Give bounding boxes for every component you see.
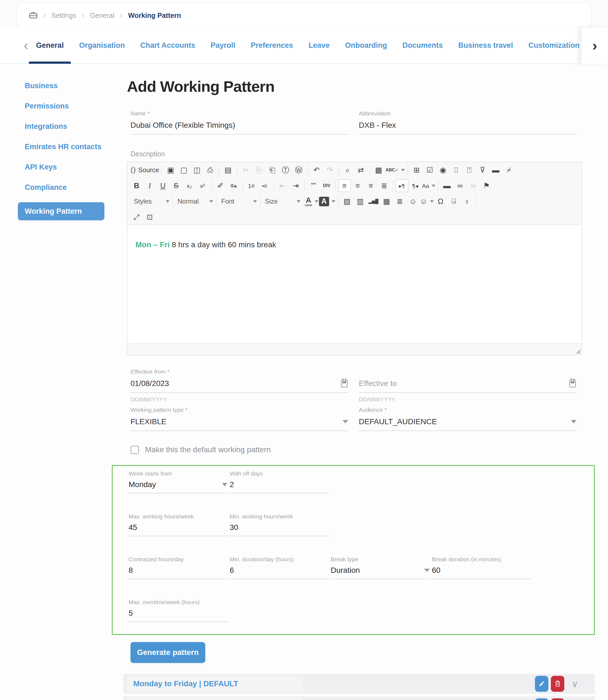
- sidebar-item-permissions[interactable]: Permissions: [18, 100, 104, 112]
- image-button-icon[interactable]: ▬: [441, 179, 453, 192]
- hidden-field-icon[interactable]: ⌿: [502, 164, 515, 176]
- calendar-icon[interactable]: [341, 380, 347, 387]
- audience-dropdown[interactable]: DEFAULT_AUDIENCE: [359, 417, 577, 431]
- maximize-icon[interactable]: ⤢: [130, 211, 143, 223]
- align-justify-icon[interactable]: ≣: [378, 179, 391, 192]
- table-icon[interactable]: ▦: [380, 195, 393, 208]
- superscript-icon[interactable]: x²: [196, 179, 209, 192]
- chart-icon[interactable]: ▂▅█: [367, 195, 380, 208]
- form-icon[interactable]: ⊞: [410, 164, 423, 176]
- max-overtime-input[interactable]: 5: [129, 609, 228, 622]
- align-right-icon[interactable]: ≡: [365, 179, 377, 192]
- week-starts-from-dropdown[interactable]: Monday: [129, 480, 228, 493]
- smiley-icon[interactable]: ☺: [406, 195, 419, 208]
- find-icon[interactable]: ⌕: [341, 164, 354, 176]
- decrease-indent-icon[interactable]: ⇤: [276, 179, 289, 192]
- subscript-icon[interactable]: x₂: [183, 179, 196, 192]
- background-color-icon[interactable]: A: [319, 195, 336, 208]
- special-character-icon[interactable]: Ω: [434, 195, 447, 208]
- spellcheck-icon[interactable]: ABC✓: [385, 164, 405, 176]
- preview-icon[interactable]: ◫: [191, 164, 203, 176]
- default-pattern-checkbox[interactable]: [131, 446, 139, 454]
- select-field-icon[interactable]: ⊽: [476, 164, 489, 176]
- show-blocks-icon[interactable]: ⊡: [144, 211, 156, 223]
- remove-format-icon[interactable]: Tx: [227, 179, 240, 192]
- tab-chart-accounts[interactable]: Chart Accounts: [140, 27, 195, 63]
- edit-pattern-button[interactable]: [535, 676, 548, 692]
- break-duration-input[interactable]: 60: [432, 566, 531, 579]
- undo-icon[interactable]: ↶: [310, 164, 323, 176]
- chevron-down-icon[interactable]: ∨: [571, 679, 578, 688]
- calendar-icon[interactable]: [569, 380, 576, 387]
- tab-preferences[interactable]: Preferences: [251, 27, 293, 63]
- tab-business-travel[interactable]: Business travel: [458, 27, 513, 63]
- bidi-ltr-icon[interactable]: ▸¶: [396, 179, 408, 192]
- font-combo[interactable]: Font: [218, 195, 261, 208]
- briefcase-icon[interactable]: [29, 12, 38, 19]
- with-off-days-input[interactable]: 2: [230, 480, 329, 493]
- blockquote-icon[interactable]: ””: [307, 179, 320, 192]
- edit-pattern-button[interactable]: [535, 698, 548, 700]
- min-working-hours-input[interactable]: 30: [230, 523, 329, 536]
- replace-icon[interactable]: ⇄: [355, 164, 367, 176]
- size-combo[interactable]: Size: [262, 195, 304, 208]
- tab-organisation[interactable]: Organisation: [79, 27, 125, 63]
- page-break-icon[interactable]: ⍈: [448, 195, 460, 208]
- increase-indent-icon[interactable]: ⇥: [289, 179, 302, 192]
- break-type-dropdown[interactable]: Duration: [331, 566, 430, 579]
- pattern-row-1[interactable]: Monday to Friday | DEFAULT ∨: [123, 674, 595, 694]
- cut-icon[interactable]: ✂: [240, 164, 252, 176]
- underline-icon[interactable]: U: [157, 179, 169, 192]
- emoji-icon[interactable]: ☺: [420, 195, 434, 208]
- tab-payroll[interactable]: Payroll: [210, 27, 235, 63]
- sidebar-item-integrations[interactable]: Integrations: [18, 121, 104, 132]
- breadcrumb-general[interactable]: General: [90, 12, 114, 19]
- redo-icon[interactable]: ↷: [323, 164, 336, 176]
- tab-documents[interactable]: Documents: [402, 27, 443, 63]
- image-icon[interactable]: ▧: [341, 195, 353, 208]
- resize-handle[interactable]: [575, 349, 580, 354]
- iframe-icon[interactable]: ♁: [461, 195, 473, 208]
- min-duration-input[interactable]: 6: [230, 566, 329, 579]
- flash-icon[interactable]: ▥: [354, 195, 366, 208]
- copy-formatting-icon[interactable]: ✐: [214, 179, 227, 192]
- effective-to-input[interactable]: Effective to: [359, 379, 577, 393]
- new-page-icon[interactable]: ▢: [177, 164, 190, 176]
- sidebar-item-api-keys[interactable]: API Keys: [18, 162, 104, 172]
- div-container-icon[interactable]: DIV: [320, 179, 333, 192]
- sidebar-item-business[interactable]: Business: [18, 80, 104, 91]
- bulleted-list-icon[interactable]: •≡: [258, 179, 271, 192]
- horizontal-rule-icon[interactable]: ≣: [394, 195, 406, 208]
- print-icon[interactable]: ⎙: [204, 164, 216, 176]
- generate-pattern-button[interactable]: Generate pattern: [131, 642, 205, 663]
- contracted-hours-input[interactable]: 8: [129, 566, 228, 579]
- link-icon[interactable]: ∞: [454, 179, 467, 192]
- align-left-icon[interactable]: ≡: [338, 179, 351, 192]
- paste-icon[interactable]: ⎗: [266, 164, 279, 176]
- format-combo[interactable]: Normal: [174, 195, 217, 208]
- align-center-icon[interactable]: ≡: [352, 179, 364, 192]
- delete-pattern-button[interactable]: [551, 676, 564, 692]
- text-color-icon[interactable]: A: [305, 195, 319, 208]
- effective-from-input[interactable]: 01/08/2023: [131, 379, 349, 393]
- bidi-rtl-icon[interactable]: ¶◂: [409, 179, 421, 192]
- numbered-list-icon[interactable]: 1≡: [245, 179, 258, 192]
- unlink-icon[interactable]: ∞: [467, 179, 480, 192]
- tab-customization[interactable]: Customization: [528, 27, 580, 63]
- save-icon[interactable]: ▣: [164, 164, 177, 176]
- name-input[interactable]: Dubai Office (Flexible Timings): [131, 121, 349, 135]
- sidebar-item-emirates-hr-contacts[interactable]: Emirates HR contacts: [18, 141, 104, 152]
- tab-leave[interactable]: Leave: [308, 27, 330, 63]
- radio-button-icon[interactable]: ◉: [437, 164, 449, 176]
- paste-plain-text-icon[interactable]: Ⓣ: [279, 164, 292, 176]
- strikethrough-icon[interactable]: S: [170, 179, 183, 192]
- textarea-icon[interactable]: ⍞: [463, 164, 476, 176]
- paste-from-word-icon[interactable]: Ⓦ: [292, 164, 305, 176]
- abbreviation-input[interactable]: DXB - Flex: [359, 121, 577, 135]
- tab-general[interactable]: General: [36, 27, 64, 63]
- italic-icon[interactable]: I: [144, 179, 156, 192]
- bold-icon[interactable]: B: [130, 179, 143, 192]
- sidebar-item-working-pattern[interactable]: Working Pattern: [18, 202, 104, 220]
- copy-icon[interactable]: ⎘: [253, 164, 265, 176]
- tab-onboarding[interactable]: Onboarding: [345, 27, 387, 63]
